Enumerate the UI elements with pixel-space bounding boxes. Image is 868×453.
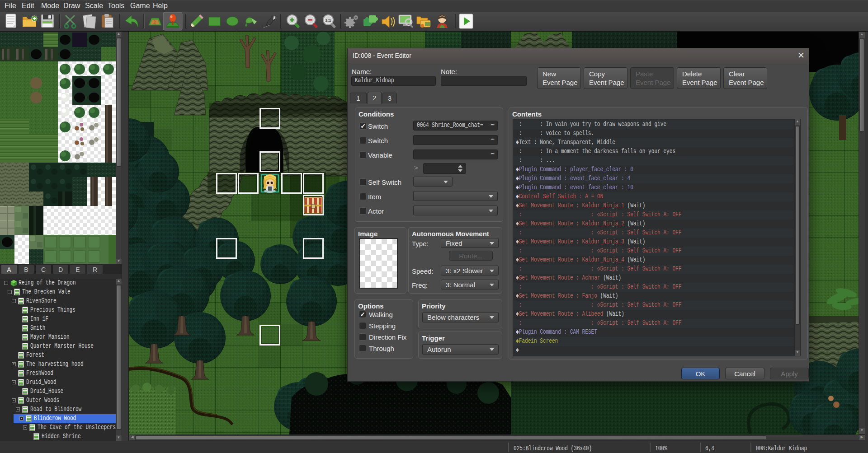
svg-text:1:1: 1:1 (325, 18, 331, 23)
